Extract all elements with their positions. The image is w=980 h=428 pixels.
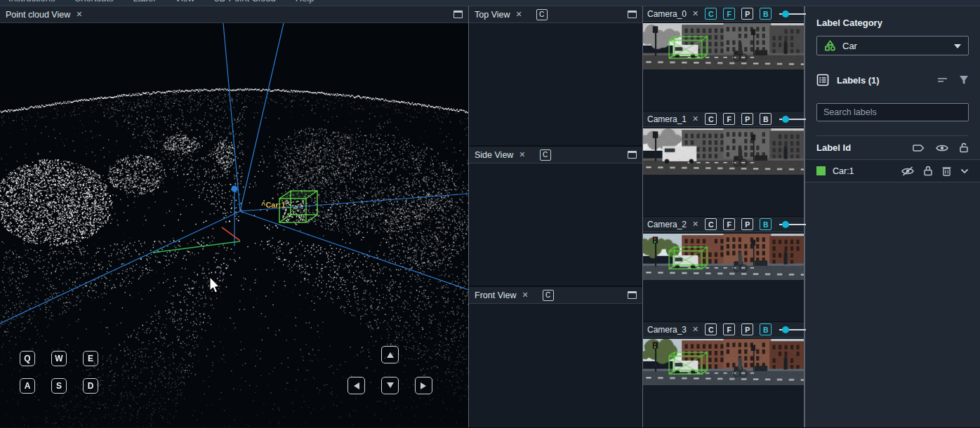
camera-mode-button-p[interactable]: P xyxy=(741,218,753,230)
arrow-left-icon xyxy=(350,382,359,389)
point-cloud-canvas[interactable] xyxy=(0,23,468,427)
chevron-down-icon[interactable] xyxy=(960,168,969,174)
key-button-a[interactable]: A xyxy=(20,378,35,394)
front-view-panel: Front View✕C xyxy=(469,287,642,427)
arrow-up-button[interactable] xyxy=(381,346,399,363)
maximize-icon[interactable] xyxy=(453,11,463,18)
close-icon[interactable]: ✕ xyxy=(692,10,698,18)
camera_0-panel: Camera_0✕CFPB xyxy=(643,6,804,112)
label-sidebar: Label Category Car Labels (1) xyxy=(804,6,980,427)
camera-mode-button-c[interactable]: C xyxy=(705,113,717,125)
menu-item-help[interactable]: Help xyxy=(296,0,314,5)
trash-icon[interactable] xyxy=(942,166,951,176)
slider-handle[interactable] xyxy=(782,326,789,333)
labels-section-header: Labels (1) xyxy=(816,74,969,86)
close-icon[interactable]: ✕ xyxy=(522,291,529,299)
opacity-slider[interactable] xyxy=(779,224,806,225)
menu-item-3d-point-cloud[interactable]: 3D Point Cloud xyxy=(214,0,275,5)
top-view-viewport[interactable] xyxy=(469,23,642,145)
camera-mode-button-f[interactable]: F xyxy=(723,218,735,230)
sort-icon[interactable] xyxy=(937,75,948,85)
label-color-swatch xyxy=(816,166,826,175)
camera-toggle-button[interactable]: C xyxy=(540,149,551,161)
top-view-panel: Top View✕C xyxy=(469,6,642,147)
slider-handle[interactable] xyxy=(782,221,789,228)
camera_1-title: Camera_1 xyxy=(647,114,687,124)
close-icon[interactable]: ✕ xyxy=(692,115,698,123)
point-cloud-viewport: QWEASD xyxy=(0,23,468,427)
workspace: Point cloud View ✕ QWEASD Top View✕CSide… xyxy=(0,6,980,427)
camera_0-header: Camera_0✕CFPB xyxy=(643,6,804,22)
camera-mode-button-b[interactable]: B xyxy=(760,323,772,335)
close-icon[interactable]: ✕ xyxy=(516,11,522,18)
opacity-slider[interactable] xyxy=(779,119,806,120)
camera-image[interactable] xyxy=(643,23,804,69)
camera-mode-button-p[interactable]: P xyxy=(741,8,753,20)
close-icon[interactable]: ✕ xyxy=(76,11,82,18)
camera-mode-button-b[interactable]: B xyxy=(760,8,772,20)
camera-mode-button-c[interactable]: C xyxy=(705,323,717,335)
side-view-panel: Side View✕C xyxy=(469,147,642,287)
point-cloud-header: Point cloud View ✕ xyxy=(0,6,468,23)
camera-mode-button-b[interactable]: B xyxy=(760,218,772,230)
unlock-icon[interactable] xyxy=(959,142,969,153)
arrow-left-button[interactable] xyxy=(347,377,365,394)
label-id-title: Label Id xyxy=(816,142,851,153)
key-button-q[interactable]: Q xyxy=(20,351,35,366)
close-icon[interactable]: ✕ xyxy=(692,326,698,333)
key-button-w[interactable]: W xyxy=(51,351,67,366)
close-icon[interactable]: ✕ xyxy=(692,220,698,228)
key-button-e[interactable]: E xyxy=(83,351,98,366)
camera-toggle-button[interactable]: C xyxy=(543,290,554,301)
camera-mode-button-c[interactable]: C xyxy=(705,218,717,230)
front-view-header: Front View✕C xyxy=(469,287,642,304)
camera-mode-button-f[interactable]: F xyxy=(723,323,735,335)
maximize-icon[interactable] xyxy=(628,151,637,159)
lock-icon[interactable] xyxy=(923,166,933,176)
front-view-viewport[interactable] xyxy=(469,304,642,427)
tag-icon[interactable] xyxy=(913,143,925,153)
menu-item-instructions[interactable]: Instructions xyxy=(8,0,55,5)
menu-item-shortcuts[interactable]: Shortcuts xyxy=(74,0,113,5)
maximize-icon[interactable] xyxy=(628,291,637,299)
label-category-heading: Label Category xyxy=(816,18,969,28)
funnel-icon[interactable] xyxy=(959,75,969,85)
camera_3-panel: Camera_3✕CFPB xyxy=(643,322,804,427)
menu-item-view[interactable]: View xyxy=(175,0,194,5)
camera-image[interactable] xyxy=(643,128,804,175)
camera_0-title: Camera_0 xyxy=(647,9,687,19)
camera-mode-button-p[interactable]: P xyxy=(741,323,753,335)
arrow-right-button[interactable] xyxy=(415,377,432,394)
camera-image[interactable] xyxy=(643,234,804,280)
side-view-viewport[interactable] xyxy=(469,163,642,286)
opacity-slider[interactable] xyxy=(779,13,806,15)
camera-mode-button-p[interactable]: P xyxy=(741,113,753,125)
label-row[interactable]: Car:1 xyxy=(805,160,980,182)
camera-mode-button-f[interactable]: F xyxy=(723,8,735,20)
maximize-icon[interactable] xyxy=(628,11,637,18)
search-labels-input[interactable] xyxy=(816,103,969,121)
label-id-header: Label Id xyxy=(805,136,980,160)
slider-handle[interactable] xyxy=(782,11,789,18)
menu-item-label[interactable]: Label xyxy=(133,0,155,5)
camera-mode-button-c[interactable]: C xyxy=(705,8,717,20)
camera-image[interactable] xyxy=(643,339,804,385)
arrow-down-button[interactable] xyxy=(381,377,399,394)
label-category-select[interactable]: Car xyxy=(816,36,969,55)
camera-mode-button-f[interactable]: F xyxy=(723,113,735,125)
camera_2-panel: Camera_2✕CFPB xyxy=(643,217,804,322)
arrow-right-icon xyxy=(421,382,430,389)
camera-mode-button-b[interactable]: B xyxy=(760,113,772,125)
close-icon[interactable]: ✕ xyxy=(519,151,525,159)
top-view-header: Top View✕C xyxy=(469,6,642,23)
side-view-header: Side View✕C xyxy=(469,147,642,163)
camera_3-title: Camera_3 xyxy=(647,325,687,335)
key-button-s[interactable]: S xyxy=(51,378,67,394)
opacity-slider[interactable] xyxy=(779,329,806,330)
slider-handle[interactable] xyxy=(782,116,789,123)
eye-icon[interactable] xyxy=(936,144,948,152)
camera-toggle-button[interactable]: C xyxy=(536,9,548,20)
key-button-d[interactable]: D xyxy=(83,378,98,394)
eye-off-icon[interactable] xyxy=(901,166,914,176)
category-shapes-icon xyxy=(824,40,836,52)
